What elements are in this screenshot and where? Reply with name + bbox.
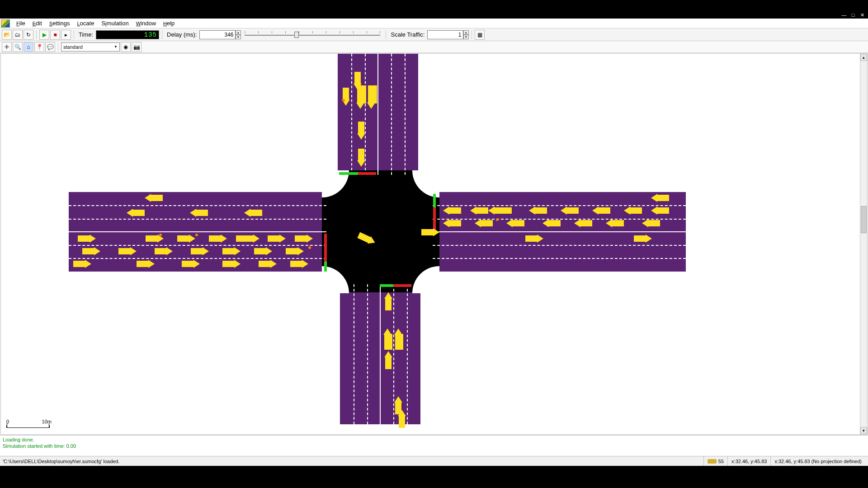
vehicle — [191, 248, 203, 254]
scale-down[interactable]: ▾ — [463, 35, 469, 39]
app-icon — [1, 19, 10, 28]
scale-spinner[interactable]: 1 ▴▾ — [427, 30, 469, 39]
vertical-scrollbar[interactable]: ▴ ▾ — [860, 54, 867, 434]
vehicle — [448, 220, 461, 226]
scroll-down[interactable]: ▾ — [860, 427, 867, 434]
stop-button[interactable]: ■ — [50, 30, 60, 40]
vehicle — [656, 195, 669, 201]
vehicle — [476, 207, 488, 214]
vehicle — [150, 195, 163, 201]
coords-geo: x:32.46, y:45.83 (No projection defined) — [770, 456, 865, 466]
scale-value[interactable]: 1 — [427, 30, 463, 39]
scale-bar: 0 10m — [6, 419, 52, 428]
slider-thumb[interactable] — [294, 32, 299, 38]
menu-window[interactable]: Window — [132, 19, 160, 28]
close-button[interactable]: ✕ — [859, 12, 865, 18]
menu-help[interactable]: Help — [160, 19, 178, 28]
vehicle — [82, 248, 95, 254]
menu-simulation[interactable]: Simulation — [98, 19, 132, 28]
vehicle — [132, 210, 145, 216]
vehicle — [259, 261, 271, 267]
simulation-view[interactable]: 0 10m ▴ ▾ — [0, 53, 868, 435]
vehicle — [598, 207, 610, 214]
color-wheel-button[interactable]: ◉ — [121, 42, 131, 52]
vehicle — [290, 261, 303, 267]
step-button[interactable]: ▸ — [61, 30, 71, 40]
vehicle — [448, 207, 461, 214]
menubar: FFileile Edit Settings Locate Simulation… — [0, 19, 868, 28]
vehicle — [358, 149, 364, 161]
signal-red — [393, 284, 411, 287]
vehicle — [354, 72, 361, 84]
delay-slider[interactable] — [245, 30, 380, 39]
color-scheme-dropdown[interactable]: standard ▼ — [61, 42, 120, 52]
vehicle — [177, 235, 190, 242]
vehicle — [222, 248, 235, 254]
vehicle — [399, 415, 405, 428]
vehicle — [358, 122, 364, 134]
vehicle — [155, 248, 167, 254]
vehicle — [182, 261, 194, 267]
color-scheme-value: standard — [63, 44, 83, 50]
scroll-thumb[interactable] — [861, 206, 867, 233]
vehicle — [222, 261, 235, 267]
view-toolbar: ✛ 🔍 ⌂ 📍 💬 standard ▼ ◉ 📷 — [0, 41, 868, 53]
vehicle — [384, 334, 392, 350]
menu-locate[interactable]: Locate — [73, 19, 98, 28]
reload-button[interactable]: ↻ — [24, 30, 33, 40]
vehicle — [295, 235, 307, 242]
vehicle — [566, 207, 579, 214]
app-window: — □ ✕ FFileile Edit Settings Locate Simu… — [0, 11, 868, 466]
home-view-button[interactable]: ⌂ — [24, 42, 33, 52]
vehicle — [385, 298, 392, 310]
zoom-tool[interactable]: 🔍 — [13, 42, 23, 52]
scale-max: 10m — [42, 419, 52, 424]
vehicle — [268, 235, 280, 242]
log-line: Loading done. — [3, 436, 865, 443]
menu-settings[interactable]: Settings — [46, 19, 74, 28]
scroll-up[interactable]: ▴ — [860, 54, 867, 61]
vehicle — [343, 88, 349, 100]
delay-up[interactable]: ▴ — [236, 30, 241, 35]
locate-tool[interactable]: 📍 — [34, 42, 44, 52]
vehicle — [629, 207, 642, 214]
vehicle — [647, 220, 660, 226]
maximize-button[interactable]: □ — [850, 12, 856, 18]
vehicle — [195, 210, 208, 216]
play-button[interactable]: ▶ — [39, 30, 49, 40]
vehicle — [146, 235, 158, 242]
time-label: Time: — [77, 31, 95, 38]
vehicle — [525, 235, 538, 242]
vehicle — [357, 85, 366, 103]
log-line: Simulation started with time: 0.00 — [3, 443, 865, 449]
open-network-button[interactable]: 🗂 — [13, 30, 23, 40]
delay-spinner[interactable]: 346 ▴▾ — [199, 30, 241, 39]
vehicle — [534, 207, 547, 214]
vehicle-count: 55 — [703, 456, 727, 466]
vehicle — [480, 220, 493, 226]
chevron-down-icon: ▼ — [114, 45, 118, 49]
scale-up[interactable]: ▴ — [463, 30, 469, 35]
car-icon — [708, 459, 717, 464]
minimize-button[interactable]: — — [841, 12, 847, 18]
vehicle — [634, 235, 646, 242]
tooltip-toggle[interactable]: 💬 — [45, 42, 55, 52]
vehicle — [656, 207, 669, 214]
vehicle — [611, 220, 624, 226]
menu-file[interactable]: FFileile — [13, 19, 29, 28]
message-log: Loading done. Simulation started with ti… — [0, 435, 868, 456]
status-message: 'C:\Users\DELL\Desktop\sumoyh\er.sumocfg… — [3, 459, 703, 464]
vehicle — [494, 207, 512, 214]
delay-down[interactable]: ▾ — [236, 35, 241, 39]
vehicle — [395, 334, 403, 350]
open-button[interactable]: 📂 — [2, 30, 12, 40]
vehicle — [548, 220, 561, 226]
scale-traffic-label: Scale Traffic: — [389, 31, 426, 38]
screenshot-button[interactable]: 📷 — [132, 42, 142, 52]
delay-value[interactable]: 346 — [199, 30, 236, 39]
vehicle — [118, 248, 131, 254]
toggle-view-button[interactable]: ▦ — [475, 30, 485, 40]
vehicle — [385, 357, 392, 369]
menu-edit[interactable]: Edit — [29, 19, 46, 28]
pointer-tool[interactable]: ✛ — [2, 42, 12, 52]
